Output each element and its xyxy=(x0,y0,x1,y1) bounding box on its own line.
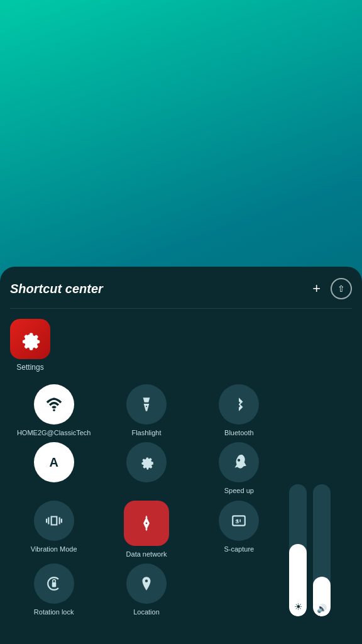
datanetwork-label: Data network xyxy=(126,550,167,558)
location-label: Location xyxy=(133,608,160,616)
settings-app-icon xyxy=(10,319,50,359)
rotationlock-label: Rotation lock xyxy=(34,608,74,616)
svg-point-0 xyxy=(53,409,55,412)
font-a-icon: A xyxy=(49,455,58,470)
location-icon xyxy=(138,575,155,592)
brightness-slider[interactable]: ☀ xyxy=(289,484,307,616)
rotationlock-icon-btn xyxy=(34,564,74,604)
main-area: HOME2G@ClassicTech Flashlight Blue xyxy=(10,384,352,616)
tile-scapture[interactable]: S S-capture xyxy=(195,501,283,558)
rotation-lock-icon xyxy=(46,575,62,592)
tile-font[interactable]: A xyxy=(10,442,97,495)
collapse-button[interactable]: ⇧ xyxy=(331,278,352,299)
sliders-area: ☀ 🔊 xyxy=(289,384,352,616)
shortcut-panel: Shortcut center + ⇧ Settings xyxy=(0,267,362,644)
data-network-icon xyxy=(137,514,156,533)
vibration-icon xyxy=(46,513,62,529)
rocket-icon xyxy=(231,454,247,470)
scapture-icon-btn: S xyxy=(219,501,259,541)
tile-speedup[interactable]: Speed up xyxy=(195,442,283,495)
bluetooth-label: Bluetooth xyxy=(224,428,253,437)
tile-location[interactable]: Location xyxy=(102,564,190,616)
font-icon-btn: A xyxy=(34,442,74,482)
tile-gear[interactable] xyxy=(102,442,190,495)
location-icon-btn xyxy=(126,564,167,604)
wifi-icon-btn xyxy=(34,384,74,425)
volume-slider-wrapper: 🔊 xyxy=(313,484,331,616)
panel-header: Shortcut center + ⇧ xyxy=(10,278,352,309)
volume-icon: 🔊 xyxy=(317,604,327,613)
brightness-slider-wrapper: ☀ xyxy=(289,484,307,616)
speedup-icon-btn xyxy=(219,442,259,482)
gear-icon-btn xyxy=(126,442,167,482)
settings-app-label: Settings xyxy=(16,363,43,372)
settings-gear-icon xyxy=(17,326,43,352)
app-settings[interactable]: Settings xyxy=(10,319,50,372)
gear-tile-icon xyxy=(138,454,155,470)
tile-bluetooth[interactable]: Bluetooth xyxy=(195,384,283,437)
flashlight-icon xyxy=(138,396,155,413)
panel-title: Shortcut center xyxy=(10,282,103,296)
datanetwork-icon-btn xyxy=(124,501,169,546)
brightness-icon: ☀ xyxy=(294,601,302,613)
bluetooth-icon xyxy=(231,396,247,413)
vibration-label: Vibration Mode xyxy=(31,545,77,553)
tile-wifi[interactable]: HOME2G@ClassicTech xyxy=(10,384,97,437)
add-button[interactable]: + xyxy=(312,280,321,297)
buttons-grid: HOME2G@ClassicTech Flashlight Blue xyxy=(10,384,283,616)
flashlight-label: Flashlight xyxy=(131,428,161,437)
flashlight-icon-btn xyxy=(126,384,167,425)
svg-rect-3 xyxy=(52,582,56,587)
wifi-label: HOME2G@ClassicTech xyxy=(17,428,91,437)
vibration-icon-btn xyxy=(34,501,74,541)
volume-slider[interactable]: 🔊 xyxy=(313,484,331,616)
apps-row: Settings xyxy=(10,319,352,372)
bluetooth-icon-btn xyxy=(219,384,259,425)
tile-rotationlock[interactable]: Rotation lock xyxy=(10,564,97,616)
scapture-label: S-capture xyxy=(224,545,254,553)
chevron-up-icon: ⇧ xyxy=(337,284,345,294)
tile-datanetwork[interactable]: Data network xyxy=(102,501,190,558)
wifi-icon xyxy=(45,396,63,413)
speedup-label: Speed up xyxy=(224,486,254,495)
header-actions: + ⇧ xyxy=(312,278,352,299)
tile-vibration[interactable]: Vibration Mode xyxy=(10,501,97,558)
tile-flashlight[interactable]: Flashlight xyxy=(102,384,190,437)
scapture-icon: S xyxy=(231,513,247,529)
